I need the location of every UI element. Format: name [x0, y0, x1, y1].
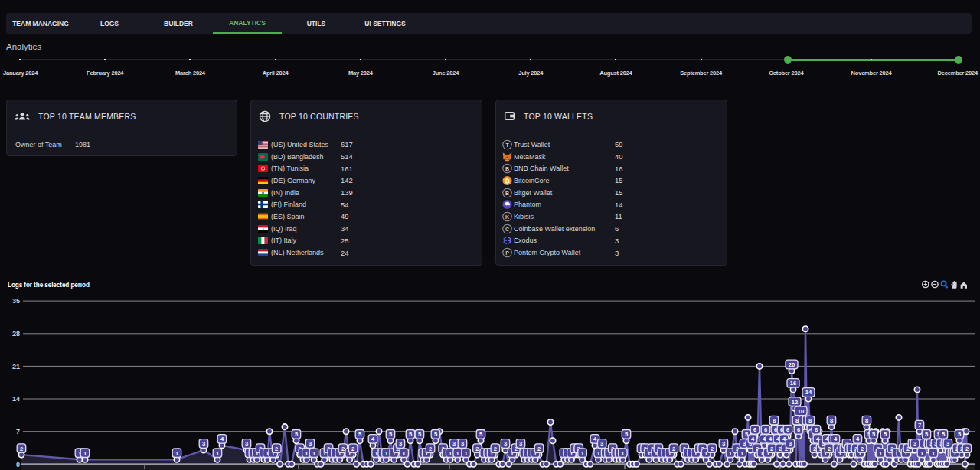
svg-text:20: 20 — [789, 361, 795, 368]
svg-text:2: 2 — [672, 446, 675, 452]
svg-text:3: 3 — [789, 440, 792, 447]
svg-text:3: 3 — [946, 440, 949, 447]
svg-text:35: 35 — [12, 297, 20, 305]
svg-text:8: 8 — [795, 417, 799, 424]
svg-text:T: T — [505, 142, 509, 147]
svg-text:2: 2 — [351, 446, 354, 452]
svg-text:Logs for the selected period: Logs for the selected period — [8, 282, 90, 289]
svg-text:6: 6 — [780, 426, 783, 433]
svg-text:2: 2 — [779, 446, 782, 452]
svg-text:K: K — [505, 214, 509, 219]
svg-text:8: 8 — [865, 417, 868, 424]
svg-text:3: 3 — [461, 440, 464, 447]
svg-text:2: 2 — [965, 446, 969, 452]
svg-text:0: 0 — [16, 461, 20, 468]
svg-text:P: P — [505, 250, 509, 256]
svg-text:3: 3 — [743, 440, 746, 447]
svg-text:14: 14 — [12, 395, 20, 403]
svg-text:3: 3 — [913, 440, 916, 447]
svg-text:3: 3 — [245, 440, 248, 447]
svg-text:6: 6 — [797, 426, 800, 433]
svg-text:21: 21 — [12, 363, 20, 370]
svg-text:3: 3 — [519, 440, 522, 447]
svg-text:2: 2 — [341, 446, 345, 452]
svg-text:6: 6 — [753, 426, 756, 433]
svg-text:14: 14 — [805, 389, 812, 396]
svg-text:3: 3 — [722, 440, 725, 447]
svg-text:2: 2 — [710, 446, 714, 452]
svg-text:12: 12 — [792, 399, 798, 406]
svg-text:2: 2 — [20, 446, 23, 452]
svg-text:6: 6 — [815, 426, 818, 433]
svg-text:3: 3 — [309, 440, 312, 447]
svg-text:6: 6 — [764, 426, 767, 433]
svg-text:ال: ال — [262, 228, 264, 230]
svg-text:2: 2 — [475, 446, 479, 452]
svg-text:7: 7 — [16, 428, 20, 436]
svg-text:C: C — [505, 226, 509, 231]
svg-text:2: 2 — [275, 446, 278, 452]
svg-text:₿: ₿ — [505, 178, 510, 184]
svg-text:2: 2 — [429, 446, 432, 452]
svg-text:8: 8 — [830, 417, 833, 424]
svg-text:10: 10 — [798, 408, 804, 415]
svg-text:7: 7 — [918, 422, 921, 429]
svg-text:28: 28 — [12, 330, 20, 338]
svg-text:3: 3 — [202, 440, 205, 447]
svg-text:3: 3 — [600, 440, 603, 447]
svg-text:3: 3 — [452, 440, 456, 447]
svg-text:2: 2 — [537, 446, 541, 452]
svg-text:3: 3 — [399, 440, 402, 447]
svg-text:3: 3 — [504, 440, 507, 447]
svg-text:2: 2 — [494, 446, 497, 452]
svg-text:2: 2 — [813, 446, 816, 452]
svg-text:2: 2 — [861, 446, 864, 452]
svg-text:8: 8 — [808, 417, 812, 424]
svg-text:2: 2 — [828, 446, 831, 452]
svg-text:6: 6 — [774, 426, 777, 433]
svg-text:B: B — [505, 166, 509, 171]
svg-text:8: 8 — [773, 417, 776, 424]
svg-text:B: B — [505, 190, 509, 195]
svg-text:6: 6 — [786, 426, 789, 433]
svg-text:2: 2 — [770, 446, 773, 452]
svg-text:16: 16 — [790, 380, 796, 387]
